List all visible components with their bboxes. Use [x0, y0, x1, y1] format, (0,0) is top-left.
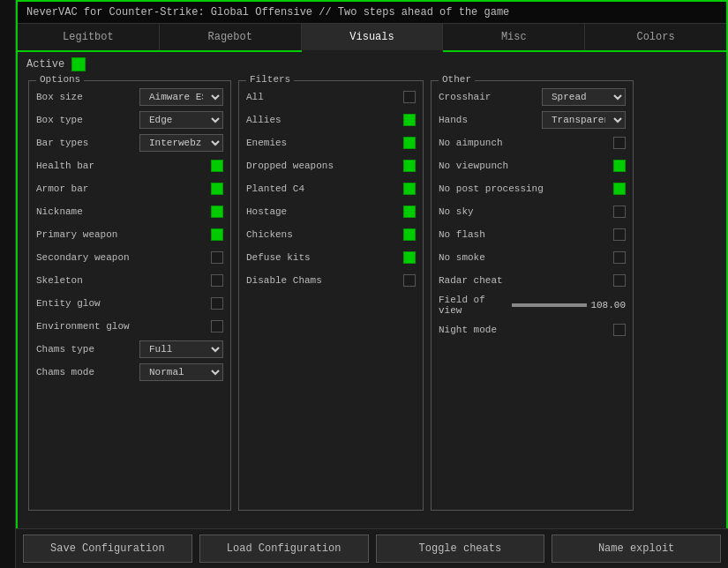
env-glow-label: Environment glow [36, 321, 211, 332]
active-row: Active [18, 52, 726, 77]
no-post-processing-checkbox[interactable] [613, 183, 626, 195]
crosshair-dropdown[interactable]: Spread [542, 88, 626, 106]
no-viewpunch-label: No viewpunch [439, 161, 613, 171]
tab-visuals[interactable]: Visuals [302, 24, 444, 52]
content-area: Options Box size Aimware ESP Box type Ed… [18, 77, 726, 521]
fov-label: Field of view [439, 295, 512, 316]
name-exploit-button[interactable]: Name exploit [552, 534, 721, 563]
hostage-label: Hostage [246, 206, 403, 217]
radar-cheat-row: Radar cheat [439, 272, 626, 289]
tab-ragebot[interactable]: Ragebot [160, 24, 302, 50]
no-sky-checkbox[interactable] [613, 206, 626, 218]
defuse-kits-label: Defuse kits [246, 252, 403, 263]
app-title: NeverVAC for Counter-Strike: Global Offe… [26, 6, 509, 19]
allies-row: Allies [246, 111, 416, 129]
chams-mode-row: Chams mode Normal [36, 363, 223, 381]
chams-type-label: Chams type [36, 344, 139, 355]
toggle-cheats-button[interactable]: Toggle cheats [376, 534, 545, 563]
no-viewpunch-checkbox[interactable] [613, 160, 626, 172]
env-glow-checkbox[interactable] [211, 320, 223, 333]
hostage-row: Hostage [246, 203, 416, 220]
primary-weapon-checkbox[interactable] [211, 228, 223, 241]
secondary-weapon-checkbox[interactable] [211, 251, 223, 264]
allies-checkbox[interactable] [403, 114, 416, 126]
hands-dropdown[interactable]: Transparent [542, 111, 626, 129]
other-panel: Other Crosshair Spread Hands Transparent… [431, 80, 634, 511]
secondary-weapon-label: Secondary weapon [36, 252, 211, 263]
filters-panel: Filters All Allies Enemies Dropped weapo… [238, 80, 424, 511]
save-config-button[interactable]: Save Configuration [23, 534, 192, 563]
entity-glow-checkbox[interactable] [211, 297, 223, 310]
health-bar-row: Health bar [36, 157, 223, 175]
no-post-processing-label: No post processing [439, 183, 613, 194]
bar-types-row: Bar types Interwebz [36, 134, 223, 152]
active-checkbox[interactable] [71, 57, 86, 71]
all-checkbox[interactable] [403, 91, 416, 103]
health-bar-label: Health bar [36, 161, 211, 171]
box-size-dropdown[interactable]: Aimware ESP [139, 88, 223, 106]
box-size-row: Box size Aimware ESP [36, 88, 223, 106]
disable-chams-checkbox[interactable] [403, 274, 416, 287]
no-smoke-row: No smoke [439, 249, 626, 266]
skeleton-checkbox[interactable] [211, 274, 223, 287]
fov-slider-track[interactable] [512, 303, 587, 307]
load-config-button[interactable]: Load Configuration [199, 534, 369, 563]
box-type-dropdown[interactable]: Edge [139, 111, 223, 129]
chams-type-dropdown[interactable]: Full [139, 340, 223, 358]
disable-chams-row: Disable Chams [246, 272, 416, 289]
chickens-label: Chickens [246, 229, 403, 240]
entity-glow-row: Entity glow [36, 295, 223, 312]
bar-types-label: Bar types [36, 138, 139, 148]
night-mode-row: Night mode [439, 321, 626, 339]
enemies-row: Enemies [246, 134, 416, 152]
primary-weapon-label: Primary weapon [36, 229, 211, 240]
no-aimpunch-row: No aimpunch [439, 134, 626, 152]
no-sky-label: No sky [439, 206, 613, 217]
no-aimpunch-checkbox[interactable] [613, 137, 626, 149]
active-label: Active [26, 58, 64, 71]
chams-type-row: Chams type Full [36, 340, 223, 358]
bar-types-dropdown[interactable]: Interwebz [139, 134, 223, 152]
title-bar: NeverVAC for Counter-Strike: Global Offe… [18, 2, 726, 24]
chickens-row: Chickens [246, 226, 416, 243]
no-post-processing-row: No post processing [439, 180, 626, 198]
all-label: All [246, 92, 403, 102]
chickens-checkbox[interactable] [403, 228, 416, 241]
dropped-weapons-checkbox[interactable] [403, 160, 416, 172]
tab-colors[interactable]: Colors [585, 24, 726, 50]
armor-bar-label: Armor bar [36, 183, 211, 194]
hostage-checkbox[interactable] [403, 206, 416, 218]
crosshair-label: Crosshair [439, 92, 542, 102]
primary-weapon-row: Primary weapon [36, 226, 223, 243]
radar-cheat-checkbox[interactable] [613, 274, 626, 287]
nickname-row: Nickname [36, 203, 223, 220]
enemies-checkbox[interactable] [403, 137, 416, 149]
fov-slider-container: 108.00 [512, 300, 626, 310]
armor-bar-checkbox[interactable] [211, 183, 223, 195]
tab-misc[interactable]: Misc [443, 24, 585, 50]
enemies-label: Enemies [246, 138, 403, 148]
defuse-kits-checkbox[interactable] [403, 251, 416, 264]
night-mode-checkbox[interactable] [613, 324, 626, 336]
planted-c4-checkbox[interactable] [403, 183, 416, 195]
no-smoke-checkbox[interactable] [613, 251, 626, 264]
fov-row: Field of view 108.00 [439, 295, 626, 316]
no-sky-row: No sky [439, 203, 626, 220]
no-flash-row: No flash [439, 226, 626, 243]
crosshair-row: Crosshair Spread [439, 88, 626, 106]
tab-legitbot[interactable]: Legitbot [18, 24, 160, 50]
filters-title: Filters [246, 74, 294, 85]
box-type-row: Box type Edge [36, 111, 223, 129]
nickname-checkbox[interactable] [211, 206, 223, 218]
planted-c4-label: Planted C4 [246, 183, 403, 194]
no-flash-checkbox[interactable] [613, 228, 626, 241]
main-panel: NeverVAC for Counter-Strike: Global Offe… [16, 0, 728, 568]
no-flash-label: No flash [439, 229, 613, 240]
other-title: Other [439, 74, 475, 85]
radar-cheat-label: Radar cheat [439, 275, 613, 286]
defuse-kits-row: Defuse kits [246, 249, 416, 266]
env-glow-row: Environment glow [36, 318, 223, 335]
no-aimpunch-label: No aimpunch [439, 138, 613, 148]
chams-mode-dropdown[interactable]: Normal [139, 363, 223, 381]
health-bar-checkbox[interactable] [211, 160, 223, 172]
